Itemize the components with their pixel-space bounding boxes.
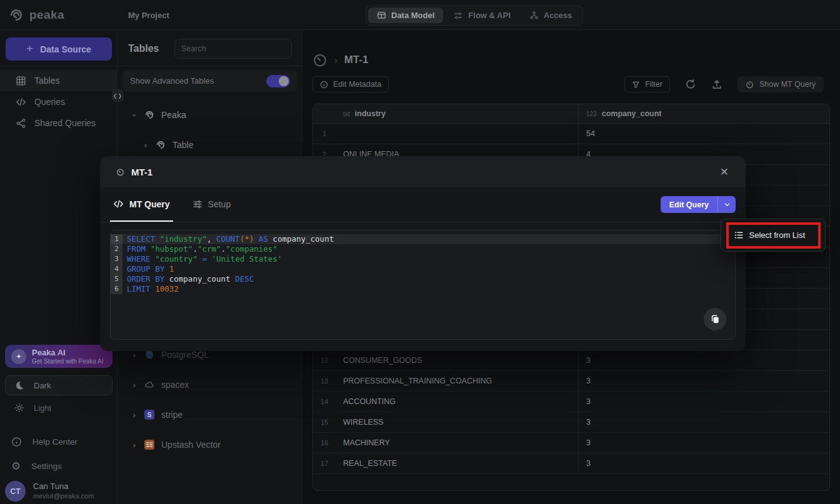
sidebar-link-help-center[interactable]: Help Center: [0, 430, 118, 454]
code-line: 3WHERE "country" = 'United States': [111, 254, 735, 264]
code-line: 2FROM "hubspot"."crm"."companies": [111, 244, 735, 254]
table-row[interactable]: 12CONSUMER_GOODS3: [313, 350, 829, 371]
chevron-right-icon: ›: [131, 350, 138, 360]
column-header-company-count[interactable]: 123 company_count: [579, 104, 829, 123]
code-line: 5ORDER BY company_count DESC: [111, 274, 735, 284]
filter-button[interactable]: Filter: [624, 76, 670, 92]
modal-tab-mt-query[interactable]: MT Query: [110, 187, 173, 222]
app-root: peaka My Project Data ModelFlow & APIAcc…: [0, 0, 840, 504]
code-line: 4GROUP BY 1: [111, 264, 735, 274]
mt-query-modal: MT-1 ✕ MT QuerySetupEdit Query 1SELECT "…: [100, 156, 746, 351]
peaka-icon: [156, 140, 166, 150]
sparkles-icon: ✦: [11, 349, 26, 364]
theme-dark-button[interactable]: Dark: [5, 375, 112, 395]
column-type-badge: 123: [586, 111, 597, 117]
clock-icon: [116, 168, 124, 176]
select-from-list-item[interactable]: Select from List: [726, 222, 821, 249]
peaka-logo-icon: [9, 7, 24, 22]
sql-code: 1SELECT "industry", COUNT(*) AS company_…: [111, 230, 735, 294]
advanced-tables-row: Show Advanced Tables: [122, 70, 298, 92]
peaka-ai-card[interactable]: ✦ Peaka AI Get Started with Peaka AI: [5, 345, 112, 368]
sidebar-nav: TablesQueriesShared Queries: [0, 70, 118, 134]
show-mt-query-button[interactable]: Show MT Query: [738, 76, 824, 92]
share-icon: [16, 118, 26, 129]
code-line: 1SELECT "industry", COUNT(*) AS company_…: [111, 234, 735, 244]
sidebar-item-queries[interactable]: Queries: [0, 91, 118, 112]
topbar-tab-data-model[interactable]: Data Model: [368, 7, 443, 23]
refresh-icon[interactable]: [685, 79, 696, 90]
tree-item-peaka[interactable]: ›Peaka: [131, 108, 186, 122]
column-type-badge: txt: [343, 111, 350, 117]
sidebar-item-tables[interactable]: Tables: [0, 70, 118, 91]
tree-item-spacex[interactable]: ›spacex: [131, 378, 189, 392]
sql-editor[interactable]: 1SELECT "industry", COUNT(*) AS company_…: [110, 230, 736, 340]
table-row[interactable]: 13PROFESSIONAL_TRAINING_COACHING3: [313, 371, 829, 392]
copy-button[interactable]: [704, 308, 726, 330]
code-icon: [113, 199, 124, 209]
table-row[interactable]: 17REAL_ESTATE3: [313, 453, 829, 474]
table-row[interactable]: 15WIRELESS3: [313, 412, 829, 433]
panel-collapse-handle[interactable]: ❮❯: [112, 89, 123, 102]
advanced-tables-toggle[interactable]: [266, 75, 290, 87]
code-icon: [16, 97, 26, 107]
project-name[interactable]: My Project: [128, 0, 169, 30]
table-row[interactable]: 16MACHINERY3: [313, 433, 829, 453]
chevron-right-icon: ›: [142, 141, 149, 150]
logo-text: peaka: [29, 8, 64, 22]
theme-toggle: DarkLight: [5, 375, 112, 418]
tree-item-upstash-vector[interactable]: ›Upstash Vector: [131, 438, 221, 452]
plus-icon: +: [26, 42, 33, 56]
tree-item-table[interactable]: ›Table: [142, 138, 193, 152]
user-name: Can Tuna: [33, 482, 94, 491]
sidebar-item-shared-queries[interactable]: Shared Queries: [0, 112, 118, 134]
edit-query-button[interactable]: Edit Query: [661, 196, 736, 213]
modal-header: MT-1 ✕: [100, 156, 746, 187]
code-line: 6LIMIT 10032: [111, 284, 735, 294]
column-header-industry[interactable]: txt industry: [336, 104, 579, 123]
theme-light-button[interactable]: Light: [5, 398, 112, 418]
grid-icon: [16, 76, 26, 86]
divider: [0, 66, 118, 66]
edit-query-dropdown: Select from List: [721, 219, 826, 252]
avatar: CT: [5, 481, 26, 502]
flow-icon: [453, 11, 463, 21]
clock-icon: [746, 81, 754, 89]
close-icon[interactable]: ✕: [720, 166, 729, 179]
topbar-tabs: Data ModelFlow & APIAccess: [366, 5, 583, 26]
cloud-icon: [144, 380, 154, 390]
topbar: peaka My Project Data ModelFlow & APIAcc…: [0, 0, 840, 30]
sidebar-link-settings[interactable]: ⚙Settings: [0, 454, 118, 478]
topbar-tab-access[interactable]: Access: [521, 7, 581, 23]
peaka-ai-subtitle: Get Started with Peaka AI: [32, 358, 104, 365]
modal-tabs: MT QuerySetupEdit Query: [100, 187, 746, 222]
user-email: mevlut@peaka.com: [33, 492, 94, 500]
row-number-header: [313, 104, 336, 123]
modal-title: MT-1: [131, 167, 152, 177]
topbar-tab-flow-api[interactable]: Flow & API: [444, 7, 519, 23]
access-icon: [529, 11, 539, 20]
tables-panel-title: Tables: [128, 43, 159, 54]
edit-metadata-button[interactable]: Edit Metadata: [312, 76, 389, 92]
upstash-icon: [144, 440, 154, 450]
add-data-source-button[interactable]: + Data Source: [6, 37, 112, 61]
modal-tab-setup[interactable]: Setup: [189, 187, 234, 222]
breadcrumb: › MT-1: [312, 52, 368, 67]
chevron-down-icon[interactable]: [718, 196, 736, 213]
mt-clock-icon: [312, 52, 328, 67]
advanced-tables-label: Show Advanced Tables: [130, 76, 214, 86]
sidebar-footer-links: Help Center⚙Settings: [0, 430, 118, 478]
sun-icon: [14, 403, 24, 413]
table-row[interactable]: 14ACCOUNTING3: [313, 392, 829, 412]
user-menu[interactable]: CT Can Tuna mevlut@peaka.com: [5, 481, 94, 502]
brand[interactable]: peaka: [9, 0, 64, 30]
select-from-list-label: Select from List: [749, 230, 806, 240]
grid-toolbar: Filter Show MT Query: [624, 76, 824, 92]
copy-icon: [710, 314, 720, 324]
table-row[interactable]: 154: [313, 124, 829, 144]
peaka-ai-title: Peaka AI: [32, 348, 104, 357]
export-icon[interactable]: [711, 79, 722, 90]
chevron-right-icon: ›: [131, 380, 138, 390]
tree-item-stripe[interactable]: ›Sstripe: [131, 408, 182, 422]
search-input[interactable]: [174, 39, 292, 59]
postgresql-icon: [144, 350, 154, 360]
